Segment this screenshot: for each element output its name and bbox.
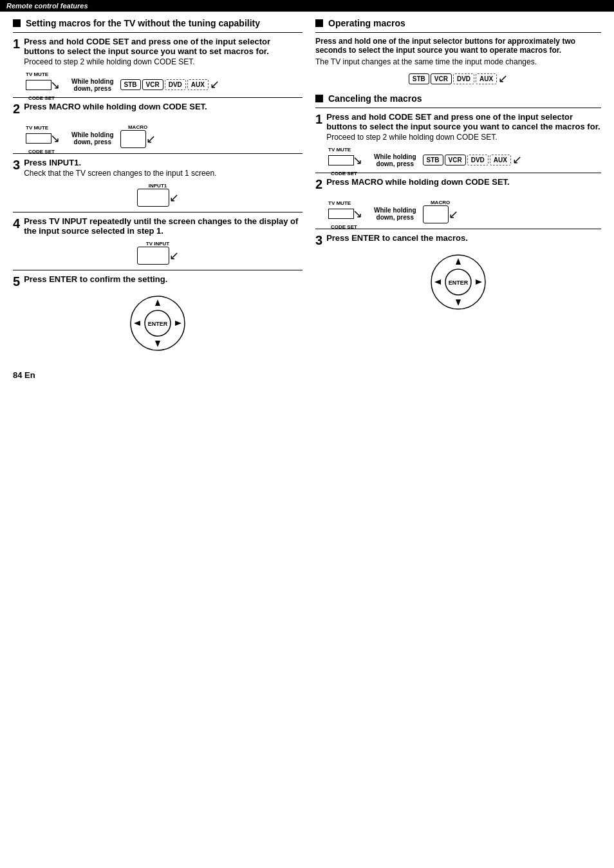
divider-r4 [315, 229, 601, 229]
code-set-button-2 [26, 133, 51, 144]
step3-illustration: INPUT1 ↙ [13, 183, 302, 207]
right-step-3: 3 Press ENTER to cancel the macros. [315, 233, 601, 248]
aux-btn-op: AUX [476, 73, 497, 84]
selector-buttons-operating: STB VCR DVD AUX ↙ [409, 71, 508, 86]
stb-btn: STB [120, 79, 141, 90]
step2-illustration: TV MUTE ↘ CODE SET While holding down, p… [26, 122, 302, 148]
step5-illustration: ENTER [13, 294, 302, 352]
enter-button-cancel-svg: ENTER [429, 253, 487, 311]
left-step-1: 1 Press and hold CODE SET and press one … [13, 37, 302, 66]
aux-btn: AUX [187, 79, 209, 90]
left-column: Setting macros for the TV without the tu… [13, 18, 302, 357]
dvd-btn-c: DVD [467, 155, 488, 165]
left-step-5: 5 Press ENTER to confirm the setting. [13, 274, 302, 289]
page-header: Remote control features [0, 0, 614, 12]
divider3 [13, 153, 302, 154]
operating-bold-text: Press and hold one of the input selector… [315, 37, 601, 55]
svg-text:ENTER: ENTER [148, 321, 168, 327]
cancel-step1-illustration: TV MUTE ↘ CODE SET While holding down, p… [328, 147, 601, 167]
divider5 [13, 270, 302, 270]
macro-button-c [423, 205, 449, 223]
selector-buttons-1: STB VCR DVD AUX ↙ [120, 77, 219, 91]
right-column: Operating macros Press and hold one of t… [315, 18, 601, 357]
vcr-btn: VCR [142, 79, 163, 90]
selector-buttons-cancel: STB VCR DVD AUX ↙ [423, 153, 522, 167]
operating-illustration: STB VCR DVD AUX ↙ [315, 71, 601, 86]
operating-sub-text: The TV input changes at the same time th… [315, 57, 601, 66]
aux-btn-c: AUX [490, 155, 511, 165]
left-step-2: 2 Press MACRO while holding down CODE SE… [13, 102, 302, 117]
divider4 [13, 212, 302, 212]
dvd-btn: DVD [165, 79, 186, 90]
divider-r3 [315, 173, 601, 173]
right-step-1: 1 Press and hold CODE SET and press one … [315, 112, 601, 142]
right-step-2: 2 Press MACRO while holding down CODE SE… [315, 177, 601, 192]
cancel-step3-illustration: ENTER [315, 253, 601, 311]
step1-illustration: TV MUTE ↘ CODE SET While holding down, p… [26, 71, 302, 92]
vcr-btn-c: VCR [445, 155, 466, 165]
divider-r2 [315, 108, 601, 108]
svg-text:ENTER: ENTER [449, 279, 469, 286]
bullet-square-2 [315, 19, 323, 27]
code-set-button [26, 80, 51, 90]
bullet-square [13, 19, 21, 27]
cancel-step2-illustration: TV MUTE ↘ CODE SET While holding down, p… [328, 197, 601, 223]
stb-btn-op: STB [409, 73, 429, 84]
divider2 [13, 97, 302, 98]
left-section-title: Setting macros for the TV without the tu… [13, 18, 302, 28]
input1-button [137, 189, 169, 207]
tv-input-button [137, 247, 169, 265]
left-step-3: 3 Press INPUT1. Check that the TV screen… [13, 158, 302, 178]
enter-button-svg: ENTER [129, 294, 187, 352]
macro-button [120, 130, 146, 148]
vcr-btn-op: VCR [431, 73, 452, 84]
divider [13, 32, 302, 33]
code-set-button-c1 [328, 155, 354, 165]
left-step-4: 4 Press TV INPUT repeatedly until the sc… [13, 216, 302, 236]
divider-r1 [315, 32, 601, 33]
operating-section-title: Operating macros [315, 18, 601, 28]
dvd-btn-op: DVD [453, 73, 474, 84]
code-set-button-c2 [328, 209, 354, 219]
canceling-section-title: Canceling the macros [315, 93, 601, 104]
bullet-square-3 [315, 95, 323, 102]
page-number: 84 En [0, 364, 614, 386]
step4-illustration: TV INPUT ↙ [13, 241, 302, 265]
stb-btn-c: STB [423, 155, 443, 165]
